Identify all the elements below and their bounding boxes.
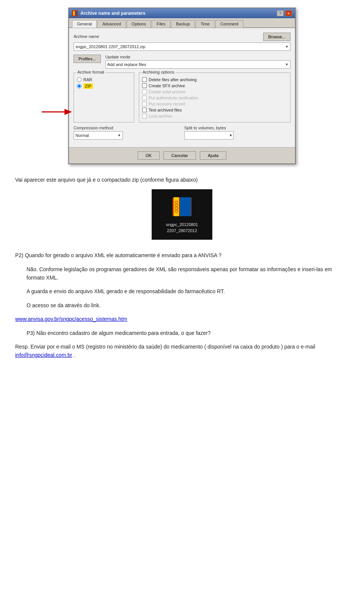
p3-section: P3) Não encontro cadastro de algum medic… <box>15 329 349 337</box>
compression-split-section: Compression method Normal ▼ Split to vol… <box>74 126 290 140</box>
checkbox-lock-archive[interactable] <box>142 114 147 118</box>
profiles-button[interactable]: Profiles... <box>74 55 101 63</box>
dialog-screenshot: Archive name and parameters ? ✕ General … <box>15 8 349 164</box>
p2-answer: Não. Conforme legislação os programas ge… <box>15 265 349 310</box>
resp-period: . <box>74 352 75 358</box>
cancel-button[interactable]: Cancelar <box>163 151 196 160</box>
resp-paragraph: Resp. Enviar por e-mail o MS (registro n… <box>15 342 349 360</box>
option-create-solid: Create solid archive <box>142 90 287 94</box>
archive-dropdown-arrow: ▼ <box>285 45 289 49</box>
dialog-title-left: Archive name and parameters <box>72 10 145 16</box>
tab-options[interactable]: Options <box>127 20 151 28</box>
svg-marker-1 <box>64 109 72 115</box>
winrar-title-icon <box>72 10 78 16</box>
update-mode-field: Update mode Add and replace files ▼ <box>105 55 290 69</box>
resp-label: Resp. <box>15 344 29 350</box>
create-solid-label: Create solid archive <box>149 90 185 94</box>
radio-zip[interactable] <box>77 84 82 88</box>
checkbox-create-solid[interactable] <box>142 90 147 94</box>
red-arrow <box>42 106 72 119</box>
test-archived-label: Test archived files <box>149 108 182 112</box>
dialog-title-text: Archive name and parameters <box>80 11 145 16</box>
tab-comment[interactable]: Comment <box>215 20 243 28</box>
option-put-recovery: Put recovery record <box>142 102 287 106</box>
tab-files[interactable]: Files <box>152 20 170 28</box>
dialog-with-arrow: Archive name and parameters ? ✕ General … <box>68 8 296 164</box>
checkbox-delete-files[interactable] <box>142 77 147 82</box>
radio-rar[interactable] <box>77 77 82 82</box>
archive-format-title: Archive format <box>76 70 105 74</box>
compression-label: Compression method <box>74 126 180 130</box>
p2-no: Não. Conforme legislação os programas ge… <box>27 265 349 282</box>
archive-name-input[interactable]: sngpc_20120801 2207_28072012.zip ▼ <box>74 42 290 51</box>
help-button[interactable]: Ajuda <box>200 151 226 160</box>
archiving-options-content: Delete files after archiving Create SFX … <box>142 77 287 118</box>
checkbox-test-archived[interactable] <box>142 108 147 112</box>
lock-archive-label: Lock archive <box>149 114 172 118</box>
dialog-content: Archive name Browse... sngpc_20120801 22… <box>69 28 295 147</box>
dialog-footer: OK Cancelar Ajuda <box>69 147 295 163</box>
archive-format-group: Archive format RAR ZIP <box>74 72 134 123</box>
page-wrapper: Archive name and parameters ? ✕ General … <box>0 0 364 372</box>
help-titlebar-button[interactable]: ? <box>277 10 284 16</box>
radio-zip-row: ZIP <box>77 83 131 89</box>
checkbox-put-recovery[interactable] <box>142 102 147 106</box>
link-paragraph: www.anvisa.gov.br/sngpc/acesso_sistemas.… <box>15 315 349 323</box>
option-delete-files: Delete files after archiving <box>142 77 287 82</box>
anvisa-link[interactable]: www.anvisa.gov.br/sngpc/acesso_sistemas.… <box>15 316 127 322</box>
option-put-authenticity: Put authenticity verification <box>142 96 287 100</box>
svg-rect-7 <box>180 197 191 216</box>
compression-group: Compression method Normal ▼ <box>74 126 180 140</box>
create-sfx-label: Create SFX archive <box>149 83 185 88</box>
close-titlebar-button[interactable]: ✕ <box>285 10 292 16</box>
update-mode-value: Add and replace files <box>107 62 146 67</box>
split-field[interactable]: ▼ <box>184 131 234 140</box>
zip-label: ZIP <box>83 83 93 89</box>
ok-button[interactable]: OK <box>138 151 160 160</box>
checkbox-put-authenticity[interactable] <box>142 96 147 100</box>
tab-advanced[interactable]: Advanced <box>97 20 126 28</box>
p3-question: P3) Não encontro cadastro de algum medic… <box>27 329 349 337</box>
split-arrow: ▼ <box>229 134 232 137</box>
option-create-sfx: Create SFX archive <box>142 83 287 88</box>
p2-answer-text1: Conforme legislação os programas gerador… <box>27 266 332 281</box>
option-test-archived: Test archived files <box>142 108 287 112</box>
dialog-tabs: General Advanced Options Files Backup Ti… <box>69 18 295 28</box>
option-lock-archive: Lock archive <box>142 114 287 118</box>
compression-arrow: ▼ <box>118 134 121 137</box>
archive-name-label: Archive name <box>74 34 99 39</box>
titlebar-buttons: ? ✕ <box>277 10 292 16</box>
intro-text: Vai aparecer este arquivo que já e o com… <box>15 176 349 184</box>
dialog-titlebar: Archive name and parameters ? ✕ <box>69 8 295 18</box>
tab-backup[interactable]: Backup <box>171 20 195 28</box>
archive-name-label-row: Archive name Browse... <box>74 33 290 41</box>
svg-rect-4 <box>75 11 77 16</box>
tab-time[interactable]: Time <box>196 20 215 28</box>
archive-name-group: Archive name Browse... sngpc_20120801 22… <box>74 33 290 51</box>
compression-dropdown[interactable]: Normal ▼ <box>74 131 123 140</box>
checkbox-create-sfx[interactable] <box>142 83 147 88</box>
archive-name-input-row: sngpc_20120801 2207_28072012.zip ▼ <box>74 42 290 51</box>
archiving-options-group: Archiving options Delete files after arc… <box>139 72 290 123</box>
put-recovery-label: Put recovery record <box>149 102 185 106</box>
winrar-file-card: sngpc_201208012207_28072012 <box>152 189 212 240</box>
p2-section: P2) Quando for gerado o arquivo XML ele … <box>15 251 349 323</box>
dialog-box: Archive name and parameters ? ✕ General … <box>68 8 296 164</box>
svg-rect-2 <box>72 10 78 16</box>
update-mode-label: Update mode <box>105 55 290 59</box>
archive-name-value: sngpc_20120801 2207_28072012.zip <box>75 44 145 49</box>
split-group: Split to volumes, bytes ▼ <box>184 126 290 140</box>
browse-button[interactable]: Browse... <box>263 33 290 41</box>
p2-answer2: A guarda e envio do arquivo XML gerado e… <box>27 287 349 295</box>
p2-no-label: Não. <box>27 266 38 272</box>
delete-files-label: Delete files after archiving <box>149 77 197 82</box>
resp-text: Enviar por e-mail o MS (registro no mini… <box>30 344 315 350</box>
p2-question: P2) Quando for gerado o arquivo XML ele … <box>15 251 349 259</box>
resp-email[interactable]: info@sngpcideal.com.br <box>15 352 72 358</box>
tab-general[interactable]: General <box>72 20 97 28</box>
rar-label: RAR <box>83 77 92 82</box>
update-mode-dropdown[interactable]: Add and replace files ▼ <box>105 60 290 69</box>
put-authenticity-label: Put authenticity verification <box>149 96 198 100</box>
p2-answer3: O acesso se da através do link. <box>27 301 349 309</box>
winrar-file-section: sngpc_201208012207_28072012 <box>15 189 349 240</box>
